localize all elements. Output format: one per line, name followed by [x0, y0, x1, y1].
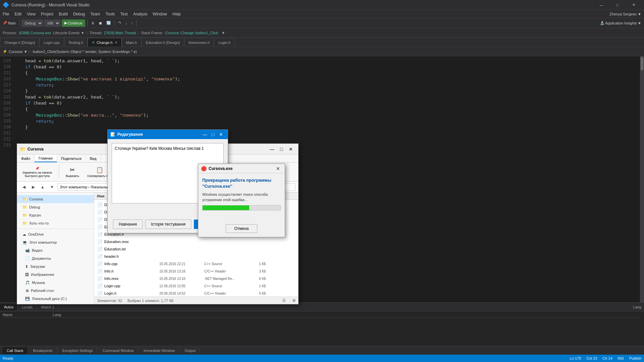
sidebar-video[interactable]: 📹 Видео	[17, 246, 94, 254]
music-icon: 🎵	[25, 281, 30, 285]
toolbar-main[interactable]: 📌 Main	[1, 19, 17, 27]
copy-path-icon: 📋	[96, 166, 103, 174]
stack-frame-value: Cursova::Change::button1_Click	[165, 31, 218, 35]
tab-close-change-h[interactable]: ✕	[115, 41, 117, 44]
crash-dialog-content: Прекращена работа программы "Cursova.exe…	[198, 173, 285, 224]
tab-timescreen-h[interactable]: timescreen.h	[184, 38, 214, 47]
file-item-infoh[interactable]: 📄 Info.h 15.05.2016 13:16 C/C++ Header 3…	[94, 267, 298, 275]
ribbon-tab-main[interactable]: Главная	[35, 155, 57, 162]
ribbon-tab-view[interactable]: Вид	[86, 155, 101, 162]
tab-education-h-design[interactable]: Education.h [Design]	[142, 38, 184, 47]
file-item-edresx[interactable]: 📄 Education.resx	[94, 238, 298, 245]
debug-config-dropdown[interactable]: Debug	[22, 20, 43, 26]
file-item-infocpp[interactable]: 📄 Info.cpp 15.05.2016 22:21 C++ Source 1…	[94, 260, 298, 267]
function-selector[interactable]: button2_Click(System::Object ^ sender, S…	[33, 50, 137, 54]
sidebar-cursova[interactable]: 📁 Cursova	[17, 195, 94, 203]
edit-dialog-close[interactable]: ✕	[217, 130, 225, 138]
close-button[interactable]: ✕	[626, 0, 641, 10]
menu-view[interactable]: View	[24, 10, 38, 18]
continue-button[interactable]: ▶ Continue	[62, 19, 85, 27]
maximize-button[interactable]: □	[610, 0, 625, 10]
menu-team[interactable]: Team	[88, 10, 103, 18]
menu-file[interactable]: File	[0, 10, 12, 18]
step-into-button[interactable]: ↓	[124, 19, 128, 27]
video-icon: 📹	[25, 248, 30, 253]
folder-icon: 📁	[22, 205, 27, 209]
menu-help[interactable]: Help	[170, 10, 183, 18]
application-insights-button[interactable]: 🔬 Application Insights ▼	[598, 19, 643, 27]
tab-login-h[interactable]: Login.h	[214, 38, 235, 47]
menu-window[interactable]: Window	[150, 10, 170, 18]
cut-icon: ✂	[70, 166, 75, 174]
file-item-headerh[interactable]: 📄 header.h	[94, 253, 298, 260]
tab-main-h[interactable]: Main.h	[122, 38, 142, 47]
sidebar-c-drive[interactable]: 💾 Локальный диск (C:)	[17, 295, 94, 303]
fe-maximize-button[interactable]: □	[277, 145, 286, 153]
view-details[interactable]: ⊞	[292, 298, 296, 303]
sidebar-kursach[interactable]: 📁 Курсач	[17, 211, 94, 219]
pause-button[interactable]: ⏸	[90, 19, 96, 27]
menu-project[interactable]: Project	[38, 10, 56, 18]
sidebar-docs[interactable]: 📄 Документы	[17, 254, 94, 262]
arch-dropdown[interactable]: x86	[44, 20, 60, 26]
up-button[interactable]: ▲	[39, 183, 47, 191]
tab-change-h[interactable]: ⊕ Change.h ✕	[88, 38, 122, 47]
thread-label: Thread:	[89, 31, 102, 35]
menu-debug[interactable]: Debug	[70, 10, 88, 18]
file-item-logincpp[interactable]: 📄 Login.cpp 12.06.2016 12:05 C++ Source …	[94, 282, 298, 290]
sidebar-this-pc[interactable]: 💻 Этот компьютер	[17, 238, 94, 246]
main-toolbar: 📌 Main Debug x86 ▶ Continue ⏸ ⏹ 🔄 ↷ ↓ ↑ …	[0, 18, 644, 28]
crash-cancel-button[interactable]: Отмена	[226, 224, 257, 233]
back-button[interactable]: ◀	[20, 183, 28, 191]
ribbon-tab-file[interactable]: Файл	[17, 155, 35, 162]
lifecycle-events[interactable]: Lifecycle Events ▼	[53, 31, 84, 35]
tab-testing-h[interactable]: Testing.h	[64, 38, 88, 47]
folder-icon: 📁	[22, 213, 27, 218]
crash-dialog-close[interactable]: ✕	[274, 165, 282, 172]
ribbon-cut-button[interactable]: ✂ Вырезать	[63, 165, 82, 179]
overlay: 📁 Cursova — □ ✕ Файл Главная Поделиться …	[0, 56, 644, 355]
sidebar-debug[interactable]: 📁 Debug	[17, 203, 94, 211]
restart-button[interactable]: 🔄	[105, 19, 112, 27]
forward-button[interactable]: ▶	[29, 183, 37, 191]
sidebar-images[interactable]: 🖼 Изображения	[17, 270, 94, 279]
fe-minimize-button[interactable]: —	[267, 145, 277, 153]
tab-change-h-design[interactable]: Change.h [Design]	[0, 38, 39, 47]
ribbon-pin-button[interactable]: 📌 Закрепить на панелибыстрого доступа	[20, 165, 55, 179]
file-item-edtxt[interactable]: 📄 Education.txt	[94, 245, 298, 253]
folder-icon: 📁	[22, 221, 27, 226]
history-button[interactable]: Історія тестування	[145, 220, 191, 229]
file-item-loginh[interactable]: 📄 Login.h 20.06.2016 14:52 C/C++ Header …	[94, 290, 298, 297]
menu-test[interactable]: Test	[118, 10, 130, 18]
menu-edit[interactable]: Edit	[12, 10, 24, 18]
minimize-button[interactable]: —	[594, 0, 609, 10]
navch-button[interactable]: Навчання	[113, 220, 143, 229]
tab-login-cpp[interactable]: Login.cpp	[39, 38, 64, 47]
file-item-inforesx[interactable]: 📄 Info.resx 15.05.2016 13:10 .NET Manage…	[94, 275, 298, 282]
play-icon: ▶	[64, 21, 67, 25]
sidebar-downloads[interactable]: ⬇ Загрузки	[17, 262, 94, 270]
view-icons[interactable]: ☰	[282, 298, 286, 303]
sidebar-music[interactable]: 🎵 Музыка	[17, 279, 94, 287]
step-over-button[interactable]: ↷	[117, 19, 122, 27]
menu-tools[interactable]: Tools	[103, 10, 118, 18]
fe-close-button[interactable]: ✕	[286, 145, 296, 153]
edit-dialog-minimize[interactable]: —	[201, 130, 209, 138]
sidebar-d-drive[interactable]: 💾 Зарезервировано системой (D:)	[17, 303, 94, 304]
step-out-button[interactable]: ↑	[129, 19, 134, 27]
menu-build[interactable]: Build	[56, 10, 70, 18]
element-count: Элементов: 32	[97, 299, 122, 303]
menu-analyze[interactable]: Analyze	[130, 10, 150, 18]
edit-dialog-maximize[interactable]: □	[209, 130, 217, 138]
fe-status-bar: Элементов: 32 Выбран 1 элемент, 1,77 КБ …	[94, 297, 298, 304]
title-bar: 🔷 Cursova (Running) - Microsoft Visual S…	[0, 0, 644, 10]
file-icon: 📄	[97, 225, 103, 230]
stack-frame-label: Stack Frame:	[141, 31, 163, 35]
ribbon-tab-share[interactable]: Поделиться	[57, 155, 86, 162]
sidebar-onedrive[interactable]: ☁ OneDrive	[17, 230, 94, 238]
sidebar-desktop[interactable]: 🖥 Рабочий стол	[17, 287, 94, 295]
recent-button[interactable]: ▼	[48, 183, 56, 191]
stop-button[interactable]: ⏹	[97, 19, 104, 27]
sidebar-hotchto[interactable]: 📁 Хоть что-то	[17, 219, 94, 227]
project-selector[interactable]: ⚡ Cursova ▼	[3, 49, 28, 54]
